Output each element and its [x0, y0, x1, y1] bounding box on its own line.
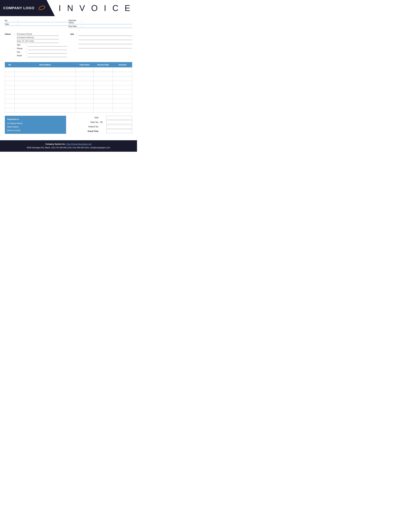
footer-line1: Company System Inc. | http://freewordtem…: [3, 142, 134, 146]
phone-value[interactable]: [28, 47, 67, 50]
payment-title: Payment to :: [7, 117, 64, 121]
company-name-field[interactable]: [Company Name]: [17, 33, 59, 36]
grand-total-value[interactable]: [106, 129, 132, 133]
city-zip-field[interactable]: [City, ST, ZIP Code]: [17, 40, 59, 43]
federal-tax-value[interactable]: [106, 125, 132, 129]
bottom-footer: Company System Inc. | http://freewordtem…: [0, 140, 137, 152]
table-row: [5, 99, 132, 104]
state-tax-label: State Tax: [77, 121, 98, 123]
job-field-4[interactable]: [78, 46, 132, 48]
job-colon: :: [76, 33, 78, 35]
job-field-1[interactable]: [78, 33, 132, 36]
table-row: [5, 86, 132, 90]
federal-tax-row: Federal Tax: [69, 125, 132, 129]
invoice-title: I N V O I C E: [59, 3, 132, 13]
info-row-due-date: Due Date :: [68, 25, 132, 28]
job-label: Job: [70, 33, 76, 35]
payment-bank-account: [Bank Account]: [7, 129, 64, 132]
grand-total-row: Grand Total: [69, 129, 132, 133]
job-fields: [78, 33, 132, 48]
page-header: COMPANY LOGO I N V O I C E: [0, 0, 137, 16]
client-label: Client: [5, 33, 15, 35]
payment-terms-colon: :: [81, 20, 84, 23]
info-row-payment-terms: Payment Terms :: [68, 19, 132, 24]
email-row: Email :: [17, 54, 67, 57]
total-row: Total: [69, 116, 132, 120]
federal-tax-label: Federal Tax: [77, 126, 98, 128]
job-header: Job :: [70, 33, 132, 48]
client-colon: :: [15, 33, 17, 35]
attn-label: Attn: [17, 44, 26, 46]
totals-section: Total State Tax 3% Federal Tax Grand Tot…: [69, 116, 132, 133]
email-colon: :: [26, 55, 28, 57]
client-job-section: Client : [Company Name] [Company Address…: [0, 30, 137, 60]
footer-section: Payment to : [Company Name] [Bank Name] …: [0, 114, 137, 135]
attn-row: Attn :: [17, 44, 67, 47]
table-row: [5, 81, 132, 86]
table-row: [5, 90, 132, 95]
col-header-description: Description: [15, 62, 76, 67]
attn-value[interactable]: [28, 44, 67, 47]
footer-line2: 8030 Harrington Rd, Miami, USA | Ph 555-…: [3, 146, 134, 150]
client-fields: [Company Name] [Company Address] [City, …: [17, 33, 67, 57]
payment-terms-label: Payment Terms: [68, 19, 81, 24]
col-header-total-hour: Total Hour: [76, 62, 93, 67]
info-right: Payment Terms : Due Date :: [68, 19, 132, 28]
col-header-amount: Amount: [113, 62, 132, 67]
state-tax-value[interactable]: [106, 120, 132, 124]
due-date-colon: :: [81, 25, 84, 28]
phone-colon: :: [26, 48, 28, 50]
total-label: Total: [77, 116, 98, 119]
total-value[interactable]: [106, 116, 132, 120]
fax-value[interactable]: [28, 51, 67, 54]
col-header-hourly-rate: Hourly Rate: [93, 62, 113, 67]
no-label: No: [5, 19, 18, 22]
logo-icon: [39, 6, 45, 11]
payment-bank-name: [Bank Name]: [7, 125, 64, 129]
email-label: Email: [17, 55, 26, 57]
info-left: No : Date :: [5, 19, 68, 28]
table-row: [5, 108, 132, 113]
info-row-no: No :: [5, 19, 68, 22]
client-section: Client : [Company Name] [Company Address…: [5, 33, 67, 58]
table-row: [5, 104, 132, 108]
grand-total-label: Grand Total: [77, 130, 98, 132]
logo-area: COMPANY LOGO: [0, 0, 55, 16]
state-tax-row: State Tax 3%: [69, 120, 132, 124]
table-row: [5, 72, 132, 76]
table-row: [5, 95, 132, 99]
table-section: No Description Total Hour Hourly Rate Am…: [0, 60, 137, 114]
fax-colon: :: [26, 51, 28, 53]
date-label: Date: [5, 23, 18, 25]
company-logo-text: COMPANY LOGO: [3, 6, 34, 10]
footer-website[interactable]: http://freewordtemplates.net/: [67, 143, 92, 145]
table-header-row: No Description Total Hour Hourly Rate Am…: [5, 62, 132, 67]
col-header-no: No: [5, 62, 15, 67]
payment-company-name: [Company Name]: [7, 122, 64, 125]
table-row: [5, 67, 132, 72]
company-address-field[interactable]: [Company Address]: [17, 37, 59, 39]
attn-colon: :: [26, 44, 28, 46]
no-colon: :: [18, 19, 20, 22]
job-field-3[interactable]: [78, 41, 132, 44]
state-tax-pct: 3%: [100, 121, 105, 123]
invoice-title-area: I N V O I C E: [55, 0, 137, 16]
due-date-label: Due Date: [68, 25, 81, 28]
date-colon: :: [18, 23, 20, 25]
job-field-2[interactable]: [78, 37, 132, 40]
info-section: No : Date : Payment Terms : Due Date :: [0, 16, 137, 30]
fax-label: Fax: [17, 51, 26, 53]
payment-box: Payment to : [Company Name] [Bank Name] …: [5, 116, 66, 134]
footer-company: Company System Inc.: [46, 143, 65, 145]
info-top-rows: No : Date : Payment Terms : Due Date :: [5, 19, 132, 28]
info-row-date: Date :: [5, 23, 68, 26]
table-row: [5, 76, 132, 81]
fax-row: Fax :: [17, 51, 67, 54]
invoice-table: No Description Total Hour Hourly Rate Am…: [5, 62, 132, 113]
phone-row: Phone :: [17, 47, 67, 50]
phone-label: Phone: [17, 48, 26, 50]
email-value[interactable]: [28, 54, 67, 57]
job-section: Job :: [70, 33, 132, 58]
client-header: Client : [Company Name] [Company Address…: [5, 33, 67, 57]
